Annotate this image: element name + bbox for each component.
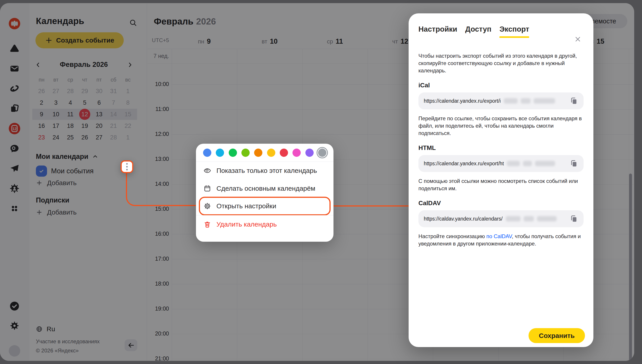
redacted-token bbox=[504, 98, 518, 104]
export-url-input-caldav[interactable]: https://caldav.yandex.ru/calendars/ bbox=[418, 210, 583, 227]
calendar-context-menu: Показать только этот календарьСделать ос… bbox=[196, 144, 333, 242]
caldav-link[interactable]: по CalDAV bbox=[486, 233, 512, 239]
highlight-connector-right bbox=[333, 206, 409, 206]
color-swatch[interactable] bbox=[267, 148, 275, 157]
section-description: С помощью этой ссылки можно посмотреть с… bbox=[418, 177, 584, 192]
menu-item-label: Показать только этот календарь bbox=[216, 167, 317, 174]
menu-item-make-primary[interactable]: Сделать основным календарём bbox=[196, 180, 333, 197]
color-swatch[interactable] bbox=[318, 148, 326, 157]
color-swatch[interactable] bbox=[254, 148, 262, 157]
export-url-input-html[interactable]: https://calendar.yandex.ru/export/ht bbox=[418, 155, 583, 172]
export-intro-text: Чтобы настроить экспорт событий из этого… bbox=[418, 52, 584, 74]
color-swatch[interactable] bbox=[241, 148, 250, 157]
desc-text: Настройте синхронизацию bbox=[418, 233, 486, 239]
export-url-text: https://calendar.yandex.ru/export/ht bbox=[424, 160, 504, 167]
color-swatch[interactable] bbox=[305, 148, 314, 157]
section-description: Перейдите по ссылке, чтобы сохранить все… bbox=[418, 115, 584, 137]
color-swatch[interactable] bbox=[292, 148, 301, 157]
page: 12 Календарь Создать событие Февраль 202… bbox=[0, 0, 642, 364]
redacted-token bbox=[524, 216, 534, 222]
redacted-token bbox=[537, 216, 557, 222]
gear-icon bbox=[204, 202, 211, 210]
menu-item-show-only[interactable]: Показать только этот календарь bbox=[196, 162, 333, 180]
modal-tabs: НастройкиДоступЭкспорт bbox=[418, 25, 583, 38]
menu-item-label: Сделать основным календарём bbox=[216, 185, 315, 192]
copy-icon[interactable] bbox=[569, 214, 578, 223]
menu-item-delete-calendar[interactable]: Удалить календарь bbox=[196, 216, 333, 233]
redacted-token bbox=[535, 161, 555, 166]
redacted-token bbox=[506, 216, 520, 222]
color-swatch[interactable] bbox=[203, 148, 211, 157]
calendar-settings-modal: НастройкиДоступЭкспорт Чтобы настроить э… bbox=[409, 13, 593, 347]
copy-icon[interactable] bbox=[569, 159, 578, 168]
section-label-caldav: CalDAV bbox=[418, 200, 583, 207]
tab-экспорт[interactable]: Экспорт bbox=[499, 25, 529, 38]
close-icon[interactable] bbox=[573, 34, 583, 44]
menu-item-open-settings[interactable]: Открыть настройки bbox=[199, 197, 331, 216]
calendar-color-picker bbox=[203, 144, 326, 162]
export-url-input-ical[interactable]: https://calendar.yandex.ru/export/i bbox=[418, 92, 583, 110]
section-label-ical: iCal bbox=[418, 82, 583, 89]
redacted-token bbox=[507, 161, 520, 166]
redacted-token bbox=[521, 98, 530, 104]
export-url-text: https://calendar.yandex.ru/export/i bbox=[424, 98, 501, 104]
calendar-options-kebab-button[interactable] bbox=[121, 160, 133, 173]
color-swatch[interactable] bbox=[216, 148, 224, 157]
export-url-text: https://caldav.yandex.ru/calendars/ bbox=[424, 216, 503, 222]
redacted-token bbox=[534, 98, 555, 104]
calendar-icon bbox=[204, 185, 211, 192]
menu-item-label: Удалить календарь bbox=[216, 220, 277, 228]
section-description: Настройте синхронизацию по CalDAV, чтобы… bbox=[418, 232, 584, 247]
highlight-connector-left bbox=[126, 173, 196, 206]
section-label-html: HTML bbox=[418, 144, 583, 152]
eye-icon bbox=[204, 167, 211, 174]
color-swatch[interactable] bbox=[280, 148, 288, 157]
save-button[interactable]: Сохранить bbox=[528, 328, 585, 343]
menu-item-label: Открыть настройки bbox=[216, 202, 276, 210]
tab-настройки[interactable]: Настройки bbox=[418, 25, 457, 38]
redacted-token bbox=[523, 161, 532, 166]
color-swatch[interactable] bbox=[229, 148, 237, 157]
save-label: Сохранить bbox=[539, 332, 575, 340]
trash-icon bbox=[204, 220, 211, 228]
copy-icon[interactable] bbox=[569, 96, 578, 105]
tab-доступ[interactable]: Доступ bbox=[465, 25, 491, 38]
